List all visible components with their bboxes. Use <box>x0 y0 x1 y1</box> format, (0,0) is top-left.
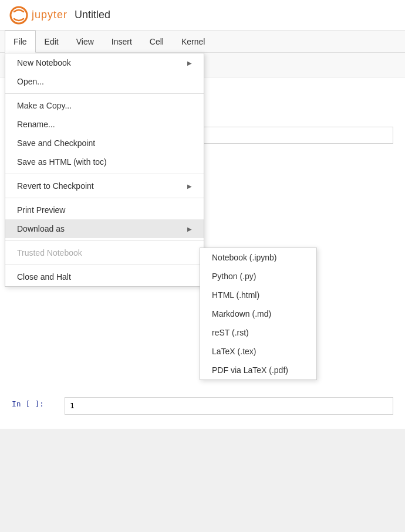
new-notebook-arrow: ▶ <box>187 60 192 66</box>
jupyter-text: jupyter <box>32 9 68 21</box>
download-ipynb[interactable]: Notebook (.ipynb) <box>200 248 316 267</box>
menu-trusted-notebook: Trusted Notebook <box>5 243 204 262</box>
menu-file[interactable]: File <box>5 31 36 53</box>
menu-rename[interactable]: Rename... <box>5 115 204 134</box>
divider-3 <box>5 198 204 198</box>
menu-print-preview[interactable]: Print Preview <box>5 201 204 219</box>
download-rst[interactable]: reST (.rst) <box>200 323 316 342</box>
menu-edit[interactable]: Edit <box>36 31 68 52</box>
notebook-cell-2: In [ ]: 1 <box>0 395 405 417</box>
cell-prompt-2: In [ ]: <box>12 397 65 408</box>
divider-5 <box>5 265 204 265</box>
menu-view[interactable]: View <box>68 31 103 52</box>
download-pdf[interactable]: PDF via LaTeX (.pdf) <box>200 361 316 379</box>
notebook-title[interactable]: Untitled <box>75 9 110 21</box>
cell-number: 1 <box>70 401 75 410</box>
download-as-arrow: ▶ <box>187 226 192 232</box>
jupyter-logo: jupyter <box>9 6 68 25</box>
menu-revert-checkpoint[interactable]: Revert to Checkpoint ▶ <box>5 177 204 195</box>
menu-kernel[interactable]: Kernel <box>173 31 214 52</box>
header: jupyter Untitled <box>0 0 405 31</box>
menubar: File Edit View Insert Cell Kernel New No… <box>0 31 405 53</box>
download-md[interactable]: Markdown (.md) <box>200 304 316 323</box>
menu-insert[interactable]: Insert <box>103 31 141 52</box>
download-latex[interactable]: LaTeX (.tex) <box>200 342 316 361</box>
divider-1 <box>5 93 204 94</box>
menu-make-copy[interactable]: Make a Copy... <box>5 96 204 115</box>
menu-open[interactable]: Open... <box>5 72 204 91</box>
download-py[interactable]: Python (.py) <box>200 267 316 286</box>
menu-cell[interactable]: Cell <box>141 31 173 52</box>
revert-arrow: ▶ <box>187 183 192 189</box>
menu-save-html[interactable]: Save as HTML (with toc) <box>5 153 204 171</box>
download-html[interactable]: HTML (.html) <box>200 286 316 304</box>
menu-close-halt[interactable]: Close and Halt <box>5 267 204 286</box>
divider-4 <box>5 240 204 241</box>
file-dropdown-menu: New Notebook ▶ Open... Make a Copy... Re… <box>5 53 204 287</box>
jupyter-icon <box>9 6 28 25</box>
menu-new-notebook[interactable]: New Notebook ▶ <box>5 53 204 72</box>
download-submenu: Notebook (.ipynb) Python (.py) HTML (.ht… <box>200 248 317 380</box>
menu-save-checkpoint[interactable]: Save and Checkpoint <box>5 134 204 153</box>
menu-download-as[interactable]: Download as ▶ <box>5 219 204 238</box>
divider-2 <box>5 174 204 174</box>
